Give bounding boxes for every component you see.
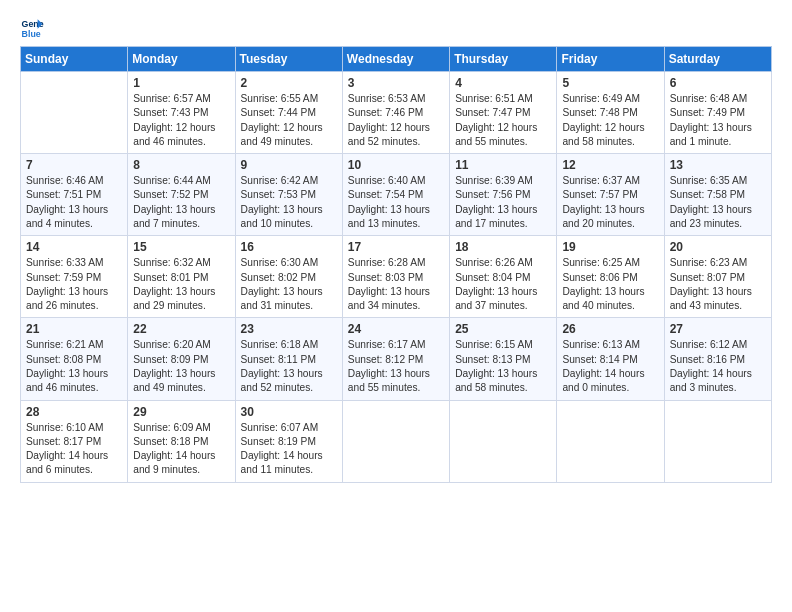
calendar-cell: 1Sunrise: 6:57 AM Sunset: 7:43 PM Daylig… (128, 72, 235, 154)
day-number: 18 (455, 240, 551, 254)
col-header-monday: Monday (128, 47, 235, 72)
calendar-cell (664, 400, 771, 482)
col-header-thursday: Thursday (450, 47, 557, 72)
cell-content: Sunrise: 6:15 AM Sunset: 8:13 PM Dayligh… (455, 338, 551, 395)
calendar-cell (342, 400, 449, 482)
cell-content: Sunrise: 6:09 AM Sunset: 8:18 PM Dayligh… (133, 421, 229, 478)
day-number: 27 (670, 322, 766, 336)
col-header-wednesday: Wednesday (342, 47, 449, 72)
calendar-cell: 17Sunrise: 6:28 AM Sunset: 8:03 PM Dayli… (342, 236, 449, 318)
calendar-cell (450, 400, 557, 482)
cell-content: Sunrise: 6:10 AM Sunset: 8:17 PM Dayligh… (26, 421, 122, 478)
day-number: 25 (455, 322, 551, 336)
cell-content: Sunrise: 6:44 AM Sunset: 7:52 PM Dayligh… (133, 174, 229, 231)
calendar-cell: 25Sunrise: 6:15 AM Sunset: 8:13 PM Dayli… (450, 318, 557, 400)
day-number: 26 (562, 322, 658, 336)
cell-content: Sunrise: 6:12 AM Sunset: 8:16 PM Dayligh… (670, 338, 766, 395)
cell-content: Sunrise: 6:57 AM Sunset: 7:43 PM Dayligh… (133, 92, 229, 149)
week-row-2: 7Sunrise: 6:46 AM Sunset: 7:51 PM Daylig… (21, 154, 772, 236)
week-row-5: 28Sunrise: 6:10 AM Sunset: 8:17 PM Dayli… (21, 400, 772, 482)
cell-content: Sunrise: 6:39 AM Sunset: 7:56 PM Dayligh… (455, 174, 551, 231)
day-number: 30 (241, 405, 337, 419)
day-number: 9 (241, 158, 337, 172)
cell-content: Sunrise: 6:55 AM Sunset: 7:44 PM Dayligh… (241, 92, 337, 149)
day-number: 22 (133, 322, 229, 336)
cell-content: Sunrise: 6:28 AM Sunset: 8:03 PM Dayligh… (348, 256, 444, 313)
calendar-cell (557, 400, 664, 482)
header: General Blue (20, 16, 772, 40)
day-number: 7 (26, 158, 122, 172)
day-number: 2 (241, 76, 337, 90)
calendar-cell: 9Sunrise: 6:42 AM Sunset: 7:53 PM Daylig… (235, 154, 342, 236)
day-number: 10 (348, 158, 444, 172)
day-number: 21 (26, 322, 122, 336)
cell-content: Sunrise: 6:40 AM Sunset: 7:54 PM Dayligh… (348, 174, 444, 231)
calendar-cell: 6Sunrise: 6:48 AM Sunset: 7:49 PM Daylig… (664, 72, 771, 154)
calendar-cell: 2Sunrise: 6:55 AM Sunset: 7:44 PM Daylig… (235, 72, 342, 154)
day-number: 14 (26, 240, 122, 254)
calendar-table: SundayMondayTuesdayWednesdayThursdayFrid… (20, 46, 772, 483)
calendar-cell: 5Sunrise: 6:49 AM Sunset: 7:48 PM Daylig… (557, 72, 664, 154)
day-number: 4 (455, 76, 551, 90)
cell-content: Sunrise: 6:49 AM Sunset: 7:48 PM Dayligh… (562, 92, 658, 149)
calendar-page: General Blue SundayMondayTuesdayWednesda… (0, 0, 792, 493)
cell-content: Sunrise: 6:48 AM Sunset: 7:49 PM Dayligh… (670, 92, 766, 149)
calendar-cell: 14Sunrise: 6:33 AM Sunset: 7:59 PM Dayli… (21, 236, 128, 318)
calendar-cell: 23Sunrise: 6:18 AM Sunset: 8:11 PM Dayli… (235, 318, 342, 400)
calendar-cell: 15Sunrise: 6:32 AM Sunset: 8:01 PM Dayli… (128, 236, 235, 318)
day-number: 12 (562, 158, 658, 172)
day-number: 6 (670, 76, 766, 90)
col-header-tuesday: Tuesday (235, 47, 342, 72)
day-number: 19 (562, 240, 658, 254)
calendar-cell: 10Sunrise: 6:40 AM Sunset: 7:54 PM Dayli… (342, 154, 449, 236)
week-row-3: 14Sunrise: 6:33 AM Sunset: 7:59 PM Dayli… (21, 236, 772, 318)
calendar-cell: 29Sunrise: 6:09 AM Sunset: 8:18 PM Dayli… (128, 400, 235, 482)
calendar-cell: 30Sunrise: 6:07 AM Sunset: 8:19 PM Dayli… (235, 400, 342, 482)
cell-content: Sunrise: 6:13 AM Sunset: 8:14 PM Dayligh… (562, 338, 658, 395)
header-row: SundayMondayTuesdayWednesdayThursdayFrid… (21, 47, 772, 72)
calendar-cell: 13Sunrise: 6:35 AM Sunset: 7:58 PM Dayli… (664, 154, 771, 236)
day-number: 20 (670, 240, 766, 254)
day-number: 11 (455, 158, 551, 172)
cell-content: Sunrise: 6:30 AM Sunset: 8:02 PM Dayligh… (241, 256, 337, 313)
day-number: 23 (241, 322, 337, 336)
calendar-cell: 18Sunrise: 6:26 AM Sunset: 8:04 PM Dayli… (450, 236, 557, 318)
logo: General Blue (20, 16, 44, 40)
cell-content: Sunrise: 6:32 AM Sunset: 8:01 PM Dayligh… (133, 256, 229, 313)
cell-content: Sunrise: 6:46 AM Sunset: 7:51 PM Dayligh… (26, 174, 122, 231)
day-number: 28 (26, 405, 122, 419)
svg-text:Blue: Blue (22, 29, 41, 39)
calendar-cell: 4Sunrise: 6:51 AM Sunset: 7:47 PM Daylig… (450, 72, 557, 154)
week-row-1: 1Sunrise: 6:57 AM Sunset: 7:43 PM Daylig… (21, 72, 772, 154)
calendar-cell: 20Sunrise: 6:23 AM Sunset: 8:07 PM Dayli… (664, 236, 771, 318)
calendar-cell: 27Sunrise: 6:12 AM Sunset: 8:16 PM Dayli… (664, 318, 771, 400)
calendar-cell: 24Sunrise: 6:17 AM Sunset: 8:12 PM Dayli… (342, 318, 449, 400)
cell-content: Sunrise: 6:42 AM Sunset: 7:53 PM Dayligh… (241, 174, 337, 231)
day-number: 13 (670, 158, 766, 172)
calendar-cell: 26Sunrise: 6:13 AM Sunset: 8:14 PM Dayli… (557, 318, 664, 400)
calendar-cell: 11Sunrise: 6:39 AM Sunset: 7:56 PM Dayli… (450, 154, 557, 236)
cell-content: Sunrise: 6:21 AM Sunset: 8:08 PM Dayligh… (26, 338, 122, 395)
week-row-4: 21Sunrise: 6:21 AM Sunset: 8:08 PM Dayli… (21, 318, 772, 400)
calendar-cell: 3Sunrise: 6:53 AM Sunset: 7:46 PM Daylig… (342, 72, 449, 154)
day-number: 3 (348, 76, 444, 90)
day-number: 24 (348, 322, 444, 336)
cell-content: Sunrise: 6:07 AM Sunset: 8:19 PM Dayligh… (241, 421, 337, 478)
cell-content: Sunrise: 6:23 AM Sunset: 8:07 PM Dayligh… (670, 256, 766, 313)
cell-content: Sunrise: 6:26 AM Sunset: 8:04 PM Dayligh… (455, 256, 551, 313)
day-number: 16 (241, 240, 337, 254)
calendar-cell: 8Sunrise: 6:44 AM Sunset: 7:52 PM Daylig… (128, 154, 235, 236)
calendar-cell: 19Sunrise: 6:25 AM Sunset: 8:06 PM Dayli… (557, 236, 664, 318)
day-number: 17 (348, 240, 444, 254)
calendar-cell: 22Sunrise: 6:20 AM Sunset: 8:09 PM Dayli… (128, 318, 235, 400)
cell-content: Sunrise: 6:53 AM Sunset: 7:46 PM Dayligh… (348, 92, 444, 149)
calendar-cell (21, 72, 128, 154)
calendar-cell: 16Sunrise: 6:30 AM Sunset: 8:02 PM Dayli… (235, 236, 342, 318)
calendar-cell: 21Sunrise: 6:21 AM Sunset: 8:08 PM Dayli… (21, 318, 128, 400)
cell-content: Sunrise: 6:35 AM Sunset: 7:58 PM Dayligh… (670, 174, 766, 231)
cell-content: Sunrise: 6:18 AM Sunset: 8:11 PM Dayligh… (241, 338, 337, 395)
cell-content: Sunrise: 6:25 AM Sunset: 8:06 PM Dayligh… (562, 256, 658, 313)
logo-icon: General Blue (20, 16, 44, 40)
calendar-cell: 12Sunrise: 6:37 AM Sunset: 7:57 PM Dayli… (557, 154, 664, 236)
cell-content: Sunrise: 6:17 AM Sunset: 8:12 PM Dayligh… (348, 338, 444, 395)
